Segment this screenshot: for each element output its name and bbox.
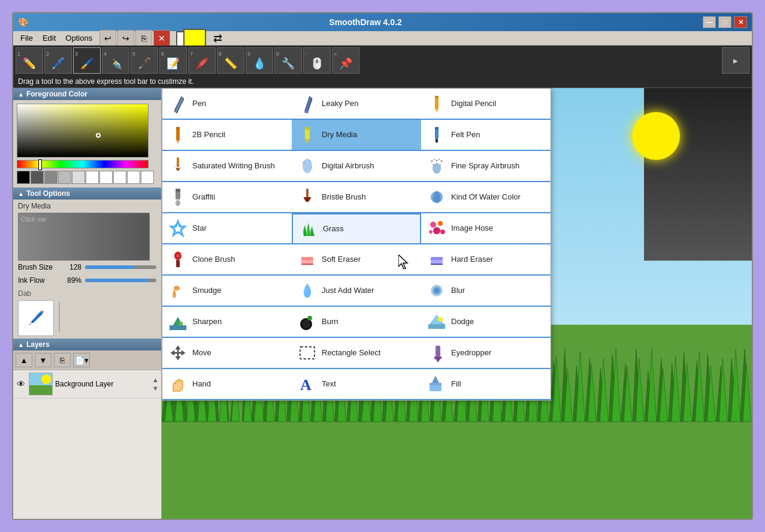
swatch-white-3[interactable]: [113, 171, 126, 184]
copy-button[interactable]: ⎘: [135, 30, 152, 47]
express-tool-9[interactable]: 9 💧: [246, 47, 273, 74]
swatch-white-4[interactable]: [127, 171, 140, 184]
menu-edit[interactable]: Edit: [38, 32, 61, 44]
svg-rect-111: [176, 127, 180, 129]
hand-icon: [168, 374, 188, 394]
express-toolbar-more[interactable]: ▶: [722, 47, 749, 74]
express-tool-3[interactable]: 3 🖌️: [73, 47, 101, 74]
undo-button[interactable]: ↩: [99, 30, 116, 47]
express-tool-0[interactable]: 0 🔧: [274, 47, 302, 74]
swatch-light-gray[interactable]: [58, 171, 71, 184]
digital-pencil-icon: [427, 94, 446, 113]
tool-2b-pencil[interactable]: 2B Pencil: [162, 120, 292, 151]
express-tool-2[interactable]: 2 🖊️: [44, 47, 72, 74]
minimize-button[interactable]: —: [703, 16, 716, 28]
layer-visibility-icon[interactable]: 👁: [16, 379, 26, 389]
swatch-black[interactable]: [17, 171, 30, 184]
tool-soft-eraser[interactable]: Soft Eraser: [292, 244, 421, 276]
tool-blur[interactable]: Blur: [421, 276, 551, 307]
foreground-color-section: [13, 100, 161, 188]
swatch-gray[interactable]: [44, 171, 58, 184]
grass-label: Grass: [323, 224, 344, 234]
layer-background[interactable]: 👁 Background Layer ▲ ▼: [13, 370, 161, 398]
hue-bar[interactable]: [17, 160, 149, 168]
main-content: ▲ Foreground Color: [13, 88, 752, 519]
tool-clone-brush[interactable]: Clone Brush: [162, 244, 292, 276]
layers-header[interactable]: ▲ Layers: [13, 338, 161, 350]
express-tool-minus[interactable]: - 🖱️: [303, 47, 331, 74]
tool-hard-eraser[interactable]: Hard Eraser: [421, 244, 551, 276]
redo-button[interactable]: ↪: [117, 30, 134, 47]
svg-marker-110: [176, 140, 180, 144]
tool-smudge[interactable]: Smudge: [162, 276, 292, 307]
felt-pen-label: Felt Pen: [451, 130, 480, 140]
express-tool-6[interactable]: 6 📝: [159, 47, 187, 74]
tool-text[interactable]: A Text: [292, 369, 421, 400]
brush-size-slider[interactable]: [85, 265, 156, 269]
tool-move[interactable]: Move: [162, 338, 292, 369]
layer-scroll-down[interactable]: ▼: [152, 385, 159, 392]
tool-saturated-writing-brush[interactable]: Saturated Writing Brush: [162, 151, 292, 182]
tool-hand[interactable]: Hand: [162, 369, 292, 400]
foreground-color-header[interactable]: ▲ Foreground Color: [13, 88, 161, 100]
dab-preview[interactable]: 🖊️: [18, 300, 54, 336]
canvas-area[interactable]: Pen Leaky Pen Digital Pencil: [162, 88, 752, 519]
tool-rectangle-select[interactable]: Rectangle Select: [292, 338, 421, 369]
tool-graffiti[interactable]: Graffiti: [162, 182, 292, 213]
ink-flow-slider[interactable]: [85, 279, 156, 282]
color-picker[interactable]: [17, 104, 149, 158]
svg-rect-144: [176, 260, 180, 267]
tool-eyedropper[interactable]: Eyedropper: [421, 338, 551, 369]
layer-duplicate-button[interactable]: ⎘: [54, 353, 71, 367]
tool-grass[interactable]: Grass: [292, 213, 421, 244]
tool-kind-of-water-color[interactable]: Kind Of Water Color: [421, 182, 551, 213]
image-hose-icon: [427, 219, 446, 238]
layer-scroll-up[interactable]: ▲: [152, 376, 159, 383]
tool-sharpen[interactable]: Sharpen: [162, 307, 292, 338]
menu-file[interactable]: File: [16, 32, 38, 44]
tool-just-add-water[interactable]: Just Add Water: [292, 276, 421, 307]
layer-down-button[interactable]: ▼: [35, 353, 52, 367]
express-tool-1[interactable]: 1 ✏️: [16, 47, 43, 74]
tool-leaky-pen[interactable]: Leaky Pen: [292, 89, 421, 120]
tool-digital-airbrush[interactable]: Digital Airbrush: [292, 151, 421, 182]
swatch-white-5[interactable]: [141, 171, 154, 184]
swatch-white[interactable]: [86, 171, 99, 184]
svg-point-165: [438, 317, 443, 322]
digital-airbrush-label: Digital Airbrush: [322, 161, 374, 171]
tool-star[interactable]: Star: [162, 213, 292, 244]
tool-image-hose[interactable]: Image Hose: [421, 213, 551, 244]
express-tool-8[interactable]: 8 📏: [217, 47, 244, 74]
tool-fine-spray-airbrush[interactable]: Fine Spray Airbrush: [421, 151, 551, 182]
clear-button[interactable]: ✕: [153, 30, 170, 47]
swatch-dark-gray[interactable]: [31, 171, 44, 184]
brush-preview[interactable]: Click me: [18, 213, 150, 261]
layer-up-button[interactable]: ▲: [16, 353, 32, 367]
swatch-lighter-gray[interactable]: [72, 171, 85, 184]
tool-options-header[interactable]: ▲ Tool Options: [13, 188, 161, 200]
tool-options-section: Dry Media Click me Brush Size 128 Ink Fl…: [13, 200, 161, 338]
swatch-white-2[interactable]: [99, 171, 113, 184]
tool-felt-pen[interactable]: Felt Pen: [421, 120, 551, 151]
express-tool-5[interactable]: 5 🖋️: [131, 47, 158, 74]
tool-dry-media[interactable]: Dry Media: [292, 120, 421, 151]
layer-new-button[interactable]: 📄▾: [73, 353, 90, 367]
tool-dodge[interactable]: Dodge: [421, 307, 551, 338]
express-tool-4[interactable]: 4 ✒️: [102, 47, 129, 74]
tool-burn[interactable]: Burn: [292, 307, 421, 338]
express-tool-7[interactable]: 7 🖍️: [188, 47, 216, 74]
layer-scroll: ▲ ▼: [152, 376, 159, 392]
tool-fill[interactable]: Fill: [421, 369, 551, 400]
tool-pen[interactable]: Pen: [162, 89, 292, 120]
svg-rect-116: [435, 127, 439, 129]
menu-options[interactable]: Options: [61, 32, 97, 44]
foreground-color-swatch[interactable]: [183, 29, 206, 47]
svg-point-119: [303, 159, 312, 173]
tool-digital-pencil[interactable]: Digital Pencil: [421, 89, 551, 120]
tool-bristle-brush[interactable]: Bristle Brush: [292, 182, 421, 213]
swap-colors-icon[interactable]: ⇄: [213, 32, 222, 45]
close-button[interactable]: ✕: [734, 16, 747, 28]
maximize-button[interactable]: □: [718, 16, 731, 28]
soft-eraser-label: Soft Eraser: [322, 255, 361, 265]
express-tool-equals[interactable]: = 📌: [332, 47, 359, 74]
